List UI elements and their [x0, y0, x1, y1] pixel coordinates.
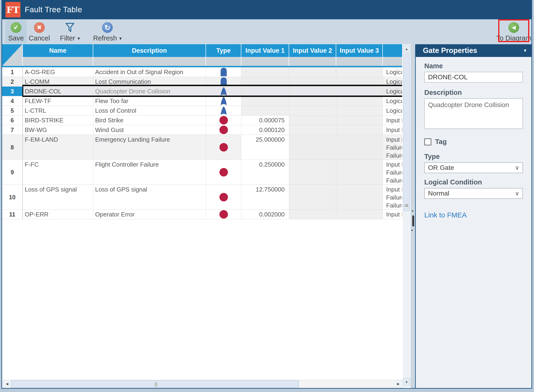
- type-cell[interactable]: [206, 87, 241, 96]
- input-value-2-cell[interactable]: [289, 106, 336, 116]
- row-number-cell[interactable]: 5: [2, 106, 23, 116]
- table-row[interactable]: 4FLEW-TFFlew Too farLogical: [2, 96, 402, 106]
- input-value-3-cell[interactable]: [336, 87, 383, 96]
- extra-cell[interactable]: Logical: [383, 96, 402, 106]
- scroll-left-button[interactable]: ◀: [3, 380, 11, 387]
- type-cell[interactable]: [206, 135, 241, 160]
- type-cell[interactable]: [206, 67, 241, 77]
- type-cell[interactable]: [206, 106, 241, 116]
- extra-cell[interactable]: Logical: [383, 67, 402, 77]
- type-cell[interactable]: [206, 210, 241, 219]
- description-cell[interactable]: Wind Gust: [93, 125, 206, 135]
- link-to-fmea[interactable]: Link to FMEA: [424, 211, 467, 219]
- description-cell[interactable]: Flew Too far: [93, 96, 206, 106]
- table-row[interactable]: 3DRONE-COLQuadcopter Drone CollisionLogi…: [2, 87, 402, 96]
- input-value-3-cell[interactable]: [336, 160, 383, 185]
- row-number-cell[interactable]: 2: [2, 77, 23, 87]
- name-field[interactable]: [424, 72, 523, 83]
- description-cell[interactable]: Loss of GPS signal: [93, 185, 206, 210]
- column-header-name[interactable]: Name: [23, 44, 93, 57]
- input-value-2-cell[interactable]: [289, 67, 336, 77]
- column-header-input-value-2[interactable]: Input Value 2: [289, 44, 336, 57]
- filter-cell[interactable]: [241, 57, 289, 66]
- refresh-button[interactable]: ↻ Refresh ▾: [90, 20, 125, 43]
- description-cell[interactable]: Loss of Control: [93, 106, 206, 116]
- filter-cell[interactable]: [206, 57, 241, 66]
- input-value-1-cell[interactable]: 0.000075: [241, 116, 289, 125]
- name-cell[interactable]: A-OS-REG: [23, 67, 93, 77]
- input-value-2-cell[interactable]: [289, 125, 336, 135]
- input-value-3-cell[interactable]: [336, 185, 383, 210]
- extra-cell[interactable]: Input M: [383, 125, 402, 135]
- input-value-2-cell[interactable]: [289, 96, 336, 106]
- vertical-scrollbar-thumb[interactable]: [403, 54, 410, 211]
- scroll-down-button[interactable]: ▼: [403, 378, 410, 386]
- extra-cell[interactable]: Input MFailureFailures: [383, 135, 402, 160]
- name-cell[interactable]: L-CTRL: [23, 106, 93, 116]
- filter-cell[interactable]: [383, 57, 402, 66]
- table-row[interactable]: 8F-EM-LANDEmergency Landing Failure25.00…: [2, 135, 402, 160]
- table-row[interactable]: 9F-FCFlight Controller Failure0.250000In…: [2, 160, 402, 185]
- row-number-cell[interactable]: 9: [2, 160, 23, 185]
- extra-cell[interactable]: Input M: [383, 210, 402, 219]
- row-number-cell[interactable]: 1: [2, 67, 23, 77]
- description-cell[interactable]: Operator Error: [93, 210, 206, 219]
- input-value-3-cell[interactable]: [336, 67, 383, 77]
- filter-dropdown-caret[interactable]: ▾: [77, 36, 80, 41]
- name-cell[interactable]: DRONE-COL: [23, 87, 93, 96]
- column-header-input-value-3[interactable]: Input Value 3: [336, 44, 383, 57]
- extra-cell[interactable]: Logical: [383, 106, 402, 116]
- panel-splitter[interactable]: ◂ ▸: [411, 44, 416, 388]
- filter-cell[interactable]: [289, 57, 336, 66]
- extra-cell[interactable]: Input M: [383, 116, 402, 125]
- extra-cell[interactable]: Input MFailureFailures: [383, 160, 402, 185]
- input-value-3-cell[interactable]: [336, 96, 383, 106]
- tag-checkbox[interactable]: [424, 138, 431, 145]
- description-cell[interactable]: Accident in Out of Signal Region: [93, 67, 206, 77]
- input-value-3-cell[interactable]: [336, 135, 383, 160]
- input-value-3-cell[interactable]: [336, 116, 383, 125]
- type-cell[interactable]: [206, 185, 241, 210]
- input-value-3-cell[interactable]: [336, 210, 383, 219]
- splitter-drag-handle[interactable]: [412, 215, 414, 226]
- input-value-1-cell[interactable]: 12.750000: [241, 185, 289, 210]
- description-field[interactable]: [424, 98, 523, 129]
- input-value-3-cell[interactable]: [336, 125, 383, 135]
- table-row[interactable]: 10Loss of GPS signalLoss of GPS signal12…: [2, 185, 402, 210]
- input-value-1-cell[interactable]: 25.000000: [241, 135, 289, 160]
- filter-row[interactable]: [2, 57, 402, 66]
- column-header-input-value-1[interactable]: Input Value 1: [241, 44, 289, 57]
- name-cell[interactable]: BIRD-STRIKE: [23, 116, 93, 125]
- input-value-1-cell[interactable]: 0.000120: [241, 125, 289, 135]
- input-value-2-cell[interactable]: [289, 135, 336, 160]
- input-value-1-cell[interactable]: 0.002000: [241, 210, 289, 219]
- input-value-2-cell[interactable]: [289, 185, 336, 210]
- description-cell[interactable]: Emergency Landing Failure: [93, 135, 206, 160]
- row-number-cell[interactable]: 3: [2, 87, 23, 96]
- description-cell[interactable]: Quadcopter Drone Collision: [93, 87, 206, 96]
- input-value-3-cell[interactable]: [336, 106, 383, 116]
- table-row[interactable]: 6BIRD-STRIKEBird Strike0.000075Input M: [2, 116, 402, 125]
- extra-cell[interactable]: Logical: [383, 87, 402, 96]
- input-value-2-cell[interactable]: [289, 116, 336, 125]
- input-value-1-cell[interactable]: [241, 67, 289, 77]
- name-cell[interactable]: Loss of GPS signal: [23, 185, 93, 210]
- type-select[interactable]: OR Gate ∨: [424, 162, 523, 173]
- to-diagram-button[interactable]: ◀ To Diagram: [499, 20, 528, 43]
- table-row[interactable]: 7BW-WGWind Gust0.000120Input M: [2, 125, 402, 135]
- input-value-1-cell[interactable]: [241, 96, 289, 106]
- name-cell[interactable]: BW-WG: [23, 125, 93, 135]
- filter-cell[interactable]: [93, 57, 206, 66]
- row-number-cell[interactable]: 11: [2, 210, 23, 219]
- scroll-right-button[interactable]: ▶: [395, 380, 402, 387]
- description-cell[interactable]: Flight Controller Failure: [93, 160, 206, 185]
- row-number-cell[interactable]: 8: [2, 135, 23, 160]
- extra-cell[interactable]: Input MFailureFailures: [383, 185, 402, 210]
- type-cell[interactable]: [206, 96, 241, 106]
- row-number-cell[interactable]: 7: [2, 125, 23, 135]
- gate-properties-header[interactable]: Gate Properties ▼: [416, 44, 531, 57]
- vertical-scrollbar[interactable]: ▲ ▼: [403, 45, 410, 386]
- column-header-description[interactable]: Description: [93, 44, 206, 57]
- horizontal-scrollbar[interactable]: ◀ ▶: [3, 380, 402, 388]
- column-header-extra[interactable]: [383, 44, 402, 57]
